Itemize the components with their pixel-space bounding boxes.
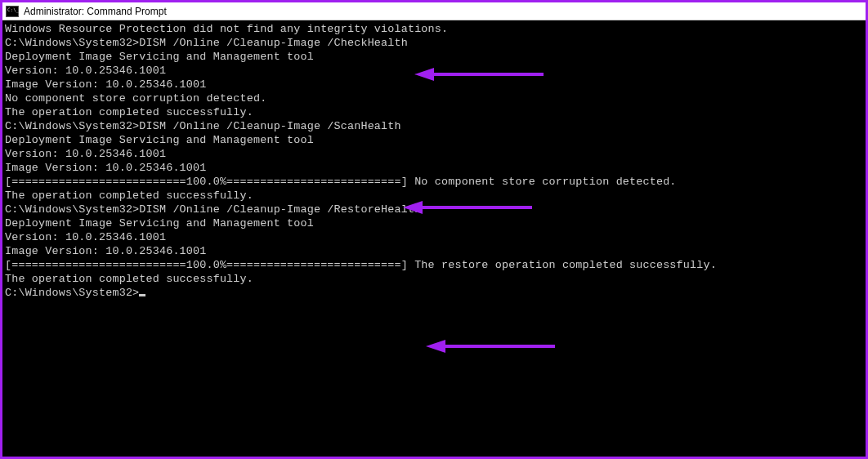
terminal-line: Windows Resource Protection did not find… [5,22,863,36]
terminal-line: Image Version: 10.0.25346.1001 [5,244,863,258]
terminal-line: [==========================100.0%=======… [5,175,863,189]
terminal-line: C:\Windows\System32>DISM /Online /Cleanu… [5,119,863,133]
window-title: Administrator: Command Prompt [24,6,167,17]
terminal-line: Deployment Image Servicing and Managemen… [5,133,863,147]
terminal-line: The operation completed successfully. [5,272,863,286]
svg-marker-5 [426,340,445,353]
terminal-line: Image Version: 10.0.25346.1001 [5,161,863,175]
command-prompt-icon [6,6,19,17]
terminal-line: C:\Windows\System32> [5,286,863,300]
terminal-line: Version: 10.0.25346.1001 [5,64,863,78]
terminal-output[interactable]: Windows Resource Protection did not find… [2,20,866,457]
terminal-line: The operation completed successfully. [5,105,863,119]
terminal-cursor [139,294,145,296]
terminal-line: C:\Windows\System32>DISM /Online /Cleanu… [5,36,863,50]
terminal-line: No component store corruption detected. [5,91,863,105]
terminal-line: Image Version: 10.0.25346.1001 [5,78,863,91]
window-titlebar[interactable]: Administrator: Command Prompt [2,2,866,20]
annotation-arrow-icon [426,337,557,355]
terminal-line: C:\Windows\System32>DISM /Online /Cleanu… [5,203,863,216]
terminal-line: The operation completed successfully. [5,189,863,203]
terminal-line: Deployment Image Servicing and Managemen… [5,50,863,64]
terminal-line: [==========================100.0%=======… [5,258,863,272]
terminal-line: Deployment Image Servicing and Managemen… [5,216,863,230]
terminal-line: Version: 10.0.25346.1001 [5,147,863,161]
terminal-line: Version: 10.0.25346.1001 [5,230,863,244]
